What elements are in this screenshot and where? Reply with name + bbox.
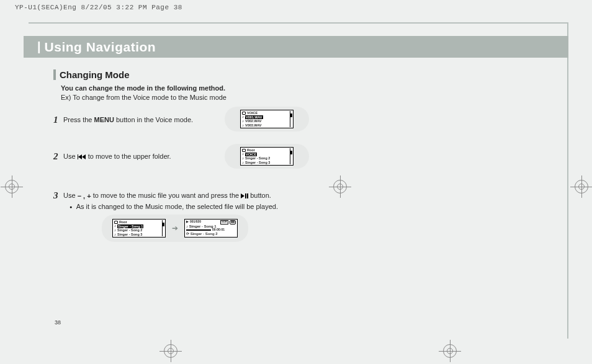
lcd-scrollbar: [162, 220, 164, 236]
section-note: You can change the mode in the following…: [61, 84, 550, 102]
music-note-icon: ♪: [186, 224, 188, 228]
registration-mark-icon: [164, 344, 177, 358]
music-note-icon: [242, 123, 244, 128]
lcd-scrollbar: [290, 148, 292, 164]
step-text-pre: Use: [63, 192, 78, 199]
section-note-bold: You can change the mode in the following…: [61, 84, 550, 93]
lcd-illustration-1: VOICE V001.WAV V002.WAV V003.WAV: [225, 107, 309, 131]
music-note-icon: [242, 161, 244, 165]
music-note-icon: [114, 224, 116, 228]
lcd-screen: VOICE V001.WAV V002.WAV V003.WAV: [240, 110, 294, 128]
step-number: 3: [53, 190, 61, 201]
page-number: 38: [55, 319, 61, 326]
step-body: Use − , + to move to the music file you …: [63, 190, 550, 212]
title-bar: | Using Navigation: [30, 36, 568, 58]
lcd-row-label: V003.WAV: [245, 123, 262, 127]
registration-mark-icon: [333, 180, 347, 193]
rewind-icon: [78, 154, 86, 159]
title-gutter: [24, 36, 30, 58]
step-text-mid: to move to the music file you want and p…: [93, 192, 241, 199]
lcd-row-label: Singer - Song 3: [117, 233, 142, 236]
progress-bar-icon: [186, 229, 211, 231]
minus-plus-icon: − , +: [78, 191, 91, 202]
folder-icon: [242, 149, 246, 152]
lcd-screen-right: ▶001/020NOR▮▮▮ ♪ Singer - Song 1 00:00:0…: [184, 219, 238, 237]
lcd-next-track: Singer - Song 2: [191, 232, 218, 236]
play-pause-icon: [241, 193, 248, 198]
section-header: Changing Mode: [53, 69, 550, 80]
step-3: 3 Use − , + to move to the music file yo…: [53, 190, 550, 212]
lcd-screen-left: Root Singer - Song 1 Singer - Song 2 Sin…: [112, 219, 166, 237]
registration-mark-icon: [5, 180, 19, 193]
pdf-page-meta: YP-U1(SECA)Eng 8/22/05 3:22 PM Page 38: [15, 4, 182, 11]
registration-mark-icon: [575, 180, 588, 193]
music-note-icon: [242, 119, 244, 123]
lcd-illustration-3: Root Singer - Song 1 Singer - Song 2 Sin…: [102, 215, 248, 242]
music-note-icon: [114, 228, 116, 233]
step-bullet: As it is changed to the Music mode, the …: [70, 202, 550, 212]
folder-icon: [114, 221, 118, 224]
lcd-illustration-2: Root VOICE Singer - Song 2 Singer - Song…: [225, 144, 309, 169]
lcd-row-label: Singer - Song 3: [245, 161, 270, 164]
step-text-post: to move to the upper folder.: [88, 153, 171, 160]
svg-marker-0: [82, 154, 86, 159]
lcd-scrollbar: [290, 111, 292, 127]
step-text-post: button in the Voice mode.: [114, 116, 193, 123]
step-text-bold: MENU: [94, 116, 114, 123]
step-text-pre: Use: [63, 153, 78, 160]
step-bullet-text: As it is changed to the Music mode, the …: [76, 203, 278, 210]
title-background: | Using Navigation: [30, 36, 568, 58]
svg-marker-1: [78, 154, 82, 159]
lcd-row-label: VOICE: [245, 153, 257, 156]
lcd-row-label: Singer - Song 2: [245, 156, 270, 160]
music-note-icon: [242, 115, 244, 119]
section-accent-icon: [53, 69, 56, 80]
lcd-row-label: Singer - Song 2: [117, 228, 142, 232]
lcd-screen: Root VOICE Singer - Song 2 Singer - Song…: [240, 147, 294, 166]
svg-rect-2: [78, 154, 78, 159]
step-text-pre: Press the: [63, 116, 94, 123]
svg-rect-4: [245, 193, 246, 198]
svg-rect-5: [247, 193, 248, 198]
content-area: Changing Mode You can change the mode in…: [53, 69, 550, 212]
music-note-icon: [242, 156, 244, 161]
page-title: Using Navigation: [45, 40, 156, 55]
step-number: 1: [53, 115, 61, 125]
lcd-row-label: Singer - Song 1: [117, 224, 143, 228]
lcd-row-label: V001.WAV: [245, 115, 263, 119]
music-note-icon: [242, 152, 244, 156]
svg-marker-3: [241, 193, 244, 198]
folder-icon: [242, 112, 246, 115]
lcd-counter: 001/020: [190, 220, 201, 224]
registration-mark-icon: [443, 344, 457, 358]
music-note-icon: [114, 233, 116, 237]
section-title: Changing Mode: [60, 69, 130, 80]
title-pipe-icon: |: [37, 40, 41, 54]
section-note-example: Ex) To change from the Voice mode to the…: [61, 93, 550, 102]
arrow-right-icon: ➔: [172, 224, 178, 233]
step-number: 2: [53, 151, 61, 162]
lcd-row-label: V002.WAV: [245, 119, 262, 123]
step-text-post: button.: [250, 192, 271, 199]
